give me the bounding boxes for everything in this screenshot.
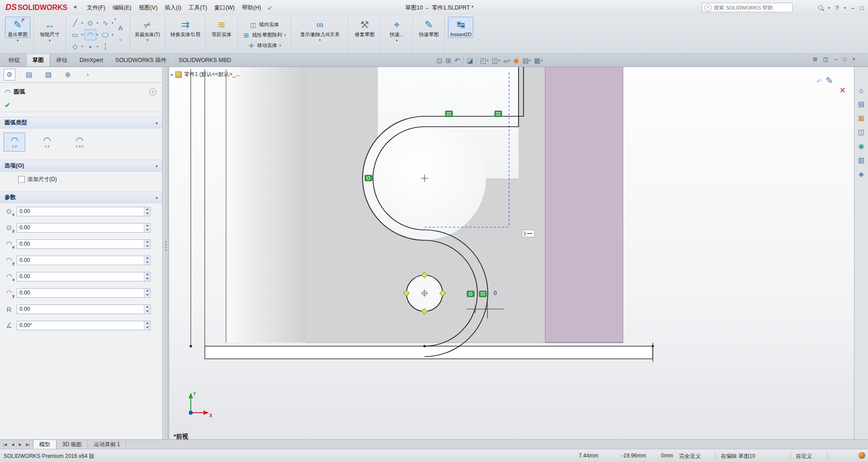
mirror-entities-button[interactable]: ◫ 镜向实体 [248,20,281,29]
previous-view-button[interactable]: ↶ [453,55,462,66]
options-section-header[interactable]: 选项(O) ▴ [0,160,162,171]
help-globe-icon[interactable] [859,452,865,459]
line-tool-caret-icon[interactable]: ▾ [81,21,83,25]
quick-snaps-button[interactable]: ⌖ 快速... [384,17,409,38]
arc-type-section-header[interactable]: 圆弧类型 ▴ [0,117,162,129]
tab-sketch[interactable]: 草图 [26,54,50,67]
convert-entities-button[interactable]: ⇉ 转换实体引用 [169,17,202,38]
panel-splitter[interactable] [163,67,169,439]
model-face-purple[interactable] [545,67,623,343]
pin-menu-icon[interactable]: ⊸ [266,4,274,12]
spline-tool-button[interactable]: ∿ [99,18,111,29]
circle-tool-button[interactable]: ⊙ [85,18,96,29]
view-orientation-button[interactable]: ◰▾ [479,55,490,66]
entity-more-caret-icon[interactable]: ▾ [115,18,117,21]
confirmation-undo-icon[interactable]: ↶ [816,78,822,85]
line-tool-button[interactable]: ╱ [69,18,81,29]
end-x-input[interactable] [17,272,151,281]
panel-help-icon[interactable]: ? [149,88,156,95]
menu-edit[interactable]: 编辑(E) [109,2,135,13]
start-x-input[interactable] [17,239,151,249]
confirmation-cancel-icon[interactable]: × [840,85,845,95]
center-y-input[interactable] [17,223,151,233]
dimxpert-manager-tab[interactable]: ⊕ [62,69,74,81]
point-tool-caret-icon[interactable]: ▾ [97,45,99,48]
search-icon[interactable] [818,5,823,10]
property-manager-tab[interactable]: ⚙ [4,69,15,81]
parameters-collapse-icon[interactable]: ▴ [156,195,158,200]
relations-caret-icon[interactable]: ▾ [319,38,321,42]
arc-tool-caret-icon[interactable]: ▾ [97,33,99,37]
appearances-tab[interactable]: ◔ [81,69,93,81]
tab-mbd[interactable]: SOLIDWORKS MBD [173,54,237,67]
graphics-viewport[interactable]: 0 Y X ▸ 零件1 (默认<<默认>_... ↶ ✎ × *前视 [169,67,854,439]
center-x-input[interactable] [17,207,151,216]
parameters-section-header[interactable]: 参数 ▴ [0,191,162,203]
help-caret-icon[interactable]: ▾ [844,6,846,10]
move-entities-button[interactable]: ✛ 移动实体 ▾ [246,41,283,50]
edit-appearance-button[interactable]: ◉ [512,55,521,66]
center-x-spinner[interactable] [144,207,150,216]
three-point-arc-button[interactable]: ◠1 3 2 [69,133,90,152]
repair-sketch-button[interactable]: ⚒ 修复草图 [352,17,377,38]
forum-icon[interactable]: ◈ [856,169,866,179]
menu-insert[interactable]: 插入(I) [161,2,185,13]
doc-close-button[interactable]: × [852,56,855,62]
add-dimension-checkbox[interactable] [18,176,25,183]
tab-last-button[interactable]: ▶| [24,441,32,448]
confirmation-exit-sketch-icon[interactable]: ✎ [826,75,833,86]
spline-tool-caret-icon[interactable]: ▾ [112,21,113,25]
rapid-sketch-button[interactable]: ✎ 快速草图 [416,17,441,38]
smart-dimension-button[interactable]: ↔ 智能尺寸 [37,17,62,38]
doc-restore-button[interactable]: □ [843,56,846,62]
tab-prev-button[interactable]: ◀ [9,441,16,448]
end-x-spinner[interactable] [144,272,150,281]
design-library-icon[interactable]: ▤ [856,99,866,109]
display-delete-relations-button[interactable]: ∞ 显示/删除几何关系 [294,17,345,38]
search-caret-icon[interactable]: ▾ [828,6,830,10]
doc-cascade-icon[interactable]: ◫ [823,56,828,62]
display-manager-tab[interactable]: ▨ [42,69,54,81]
sketch-canvas[interactable]: 0 Y X [169,67,854,439]
rectangle-tool-button[interactable]: ▭ [69,29,81,40]
help-button[interactable]: ? [835,5,839,11]
arc-tool-button[interactable]: ◠ [85,29,96,40]
menu-help[interactable]: 帮助(H) [238,2,264,13]
end-y-spinner[interactable] [144,289,150,297]
zoom-area-button[interactable]: ⊞ [444,55,453,66]
move-entities-caret-icon[interactable]: ▾ [279,44,281,48]
zoom-fit-button[interactable]: ⊡ [435,55,444,66]
doc-tile-icon[interactable]: ⊞ [813,56,817,62]
flyout-feature-tree[interactable]: ▸ 零件1 (默认<<默认>_... [171,71,240,78]
appearances-scenes-icon[interactable]: ◉ [856,141,866,151]
display-style-button[interactable]: ◫▾ [491,55,502,66]
tab-features[interactable]: 特征 [3,54,26,67]
exit-sketch-caret-icon[interactable]: ▾ [17,38,19,43]
splitter-grip[interactable] [165,241,167,251]
apply-scene-button[interactable]: ▤▾ [521,55,533,66]
model-tab[interactable]: 模型 [33,439,57,449]
ellipse-tool-button[interactable]: ◯ [99,29,111,40]
exit-sketch-button[interactable]: ✎↱ 退出草图 [5,17,30,38]
minimize-button[interactable]: – [851,5,854,11]
file-explorer-icon[interactable]: ▦ [856,113,866,123]
restore-button[interactable]: □ [860,5,863,11]
arc-type-collapse-icon[interactable]: ▴ [156,120,158,125]
sketch-base-rectangle[interactable] [205,346,653,359]
part-tree-label[interactable]: 零件1 (默认<<默认>_... [184,71,240,78]
end-y-input[interactable] [17,288,151,298]
rectangle-tool-caret-icon[interactable]: ▾ [81,33,83,37]
model-face-curved[interactable] [226,67,306,343]
flyout-caret-icon[interactable]: ▸ [171,72,173,77]
text-tool-button[interactable]: A [115,22,127,33]
point-tool-button[interactable]: • [85,41,96,52]
start-x-spinner[interactable] [144,240,150,248]
polygon-tool-button[interactable]: ◇ [69,41,81,52]
polygon-tool-caret-icon[interactable]: ▾ [81,45,83,48]
angle-spinner[interactable] [144,321,150,330]
home-icon[interactable]: ⌂ [856,85,866,95]
menu-view[interactable]: 视图(V) [135,2,161,13]
instant2d-button[interactable]: ↹ Instant2D [448,17,473,38]
3d-views-tab[interactable]: 3D 视图 [57,440,88,449]
trim-entities-button[interactable]: ✂ 剪裁实体(T) [133,17,162,38]
